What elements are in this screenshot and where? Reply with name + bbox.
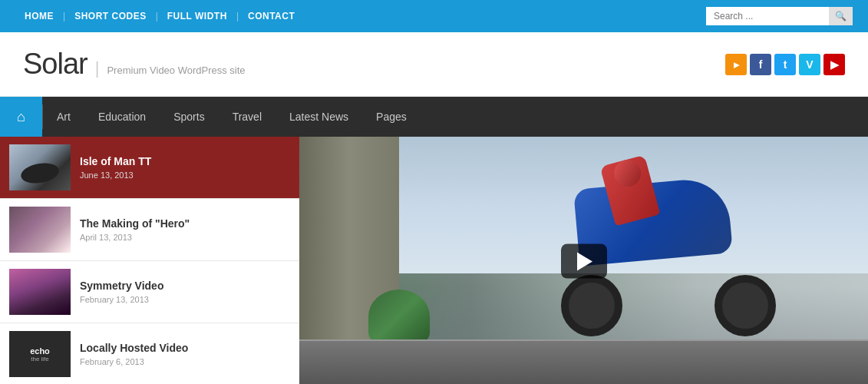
home-icon-btn[interactable]: ⌂	[0, 97, 42, 137]
item-date-0: June 13, 2013	[80, 170, 290, 180]
echo-text: echo	[30, 346, 50, 356]
search-form: 🔍	[706, 7, 853, 25]
nav-travel[interactable]: Travel	[219, 97, 276, 137]
top-nav: HOME | SHORT CODES | FULL WIDTH | CONTAC…	[0, 0, 868, 32]
site-header: Solar | Premium Video WordPress site ▸ f…	[0, 32, 868, 97]
twitter-icon[interactable]: t	[774, 54, 796, 75]
nav-contact[interactable]: CONTACT	[239, 11, 304, 22]
sidebar-item-3[interactable]: echo the life Locally Hosted Video Febru…	[0, 323, 299, 384]
motorcycle-thumb	[9, 144, 71, 190]
sidebar-item-2[interactable]: Symmetry Video February 13, 2013	[0, 261, 299, 323]
item-date-3: February 6, 2013	[80, 357, 290, 366]
item-info-2: Symmetry Video February 13, 2013	[80, 280, 290, 305]
play-triangle-icon	[577, 252, 592, 270]
item-title-3: Locally Hosted Video	[80, 342, 290, 355]
main-content: Isle of Man TT June 13, 2013 The Making …	[0, 137, 868, 384]
thumb-1	[9, 207, 71, 253]
social-links: ▸ f t V ▶	[725, 54, 845, 75]
brand-divider: |	[95, 58, 100, 78]
nav-sports[interactable]: Sports	[160, 97, 218, 137]
video-area[interactable]	[299, 137, 868, 384]
site-logo: Solar	[23, 48, 87, 81]
nav-short-codes[interactable]: SHORT CODES	[65, 11, 156, 22]
item-info-0: Isle of Man TT June 13, 2013	[80, 155, 290, 180]
item-title-1: The Making of "Hero"	[80, 217, 290, 230]
windmill-thumb	[9, 269, 71, 315]
vimeo-icon[interactable]: V	[799, 54, 820, 75]
facebook-icon[interactable]: f	[750, 54, 771, 75]
nav-full-width[interactable]: FULL WIDTH	[158, 11, 236, 22]
top-nav-links: HOME | SHORT CODES | FULL WIDTH | CONTAC…	[15, 11, 304, 22]
item-info-3: Locally Hosted Video February 6, 2013	[80, 342, 290, 367]
nav-education[interactable]: Education	[84, 97, 160, 137]
bush	[368, 290, 430, 343]
nav-art[interactable]: Art	[43, 97, 84, 137]
nav-pages[interactable]: Pages	[362, 97, 421, 137]
search-input[interactable]	[706, 7, 829, 25]
life-text: the life	[31, 356, 49, 362]
rss-icon[interactable]: ▸	[725, 54, 747, 75]
echo-thumb: echo the life	[9, 331, 71, 377]
item-title-2: Symmetry Video	[80, 280, 290, 293]
thumb-0	[9, 144, 71, 190]
sidebar-item-1[interactable]: The Making of "Hero" April 13, 2013	[0, 199, 299, 261]
item-date-1: April 13, 2013	[80, 233, 290, 242]
brand: Solar | Premium Video WordPress site	[23, 48, 246, 81]
site-tagline: Premium Video WordPress site	[107, 65, 245, 76]
secondary-nav-links: Art Education Sports Travel Latest News …	[43, 97, 421, 137]
search-button[interactable]: 🔍	[829, 7, 853, 25]
thumb-3: echo the life	[9, 331, 71, 377]
nav-home[interactable]: HOME	[15, 11, 63, 22]
rider-helmet	[611, 157, 644, 190]
item-date-2: February 13, 2013	[80, 295, 290, 304]
item-info-1: The Making of "Hero" April 13, 2013	[80, 217, 290, 243]
secondary-nav: ⌂ Art Education Sports Travel Latest New…	[0, 97, 868, 137]
item-title-0: Isle of Man TT	[80, 155, 290, 168]
sidebar: Isle of Man TT June 13, 2013 The Making …	[0, 137, 299, 384]
youtube-icon[interactable]: ▶	[823, 54, 845, 75]
house-icon: ⌂	[17, 109, 25, 125]
drill-thumb	[9, 207, 71, 253]
play-button[interactable]	[561, 244, 607, 279]
moto-wheel-back	[561, 275, 622, 336]
nav-latest-news[interactable]: Latest News	[276, 97, 362, 137]
moto-wheel-front	[715, 275, 776, 336]
sidebar-item-0[interactable]: Isle of Man TT June 13, 2013	[0, 137, 299, 199]
thumb-2	[9, 269, 71, 315]
